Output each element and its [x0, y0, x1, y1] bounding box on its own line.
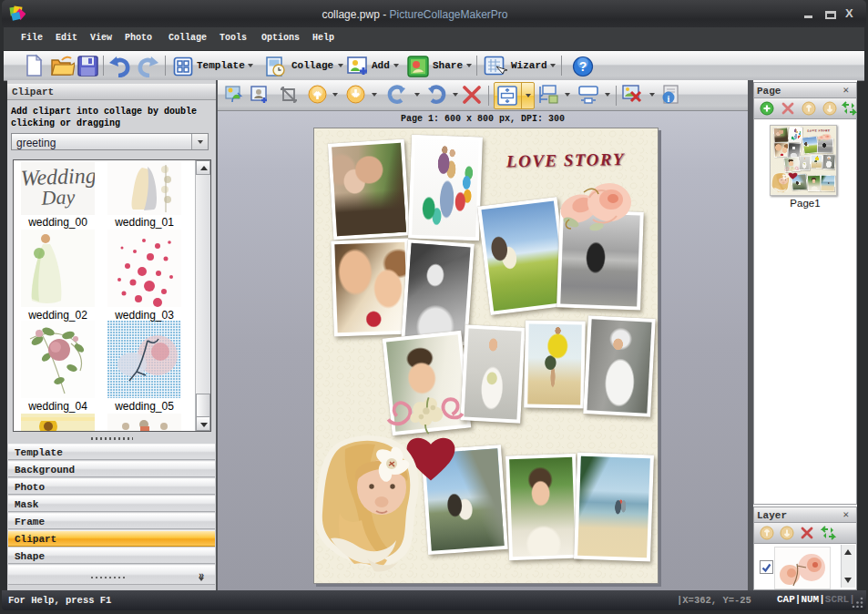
svg-text:i: i: [668, 94, 670, 104]
svg-text:?: ?: [579, 59, 587, 74]
